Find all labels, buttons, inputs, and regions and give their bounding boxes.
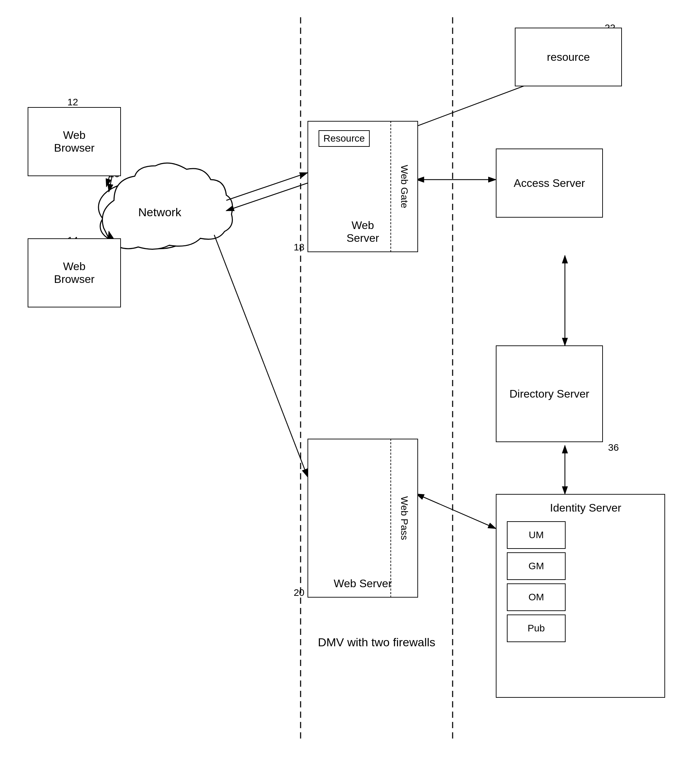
resource-top-box: resource: [515, 28, 622, 87]
access-server-box: Access Server: [496, 148, 603, 218]
num-20: 20: [294, 587, 304, 598]
gm-box: GM: [507, 552, 566, 580]
resource-inner-box: Resource: [318, 130, 370, 147]
dmv-caption: DMV with two firewalls: [301, 636, 453, 649]
om-box: OM: [507, 583, 566, 611]
svg-line-16: [226, 173, 308, 200]
web-browser-1-label: WebBrowser: [54, 129, 94, 155]
network-label: Network: [138, 205, 182, 219]
svg-line-17: [226, 183, 308, 211]
num-12: 12: [67, 97, 78, 108]
web-gate-label: Web Gate: [399, 165, 410, 208]
identity-server-label: Identity Server: [550, 501, 621, 515]
web-browser-1-box: WebBrowser: [28, 107, 121, 176]
directory-server-label: Directory Server: [509, 388, 589, 400]
web-browser-2-label: WebBrowser: [54, 260, 94, 286]
resource-inner-label: Resource: [318, 130, 370, 147]
num-36: 36: [608, 442, 619, 453]
access-server-label: Access Server: [514, 177, 585, 190]
svg-line-23: [416, 494, 496, 528]
web-gate-box: Web Gate: [390, 121, 418, 252]
web-server-bot-label: Web Server: [334, 577, 392, 590]
um-box: UM: [507, 521, 566, 549]
web-server-top-label: WebServer: [347, 219, 379, 245]
pub-box: Pub: [507, 614, 566, 642]
web-pass-box: Web Pass: [390, 439, 418, 598]
directory-server-box: Directory Server: [496, 345, 603, 442]
web-pass-label: Web Pass: [399, 496, 410, 540]
identity-server-outer-box: Identity Server UM GM OM Pub: [496, 494, 665, 698]
resource-top-label: resource: [547, 51, 590, 63]
web-browser-2-box: WebBrowser: [28, 238, 121, 307]
diagram-container: 22 12 14 16 18 28 34 36 20 38 42 44 46 4…: [0, 0, 700, 781]
svg-line-18: [214, 235, 308, 477]
num-18: 18: [294, 242, 304, 253]
